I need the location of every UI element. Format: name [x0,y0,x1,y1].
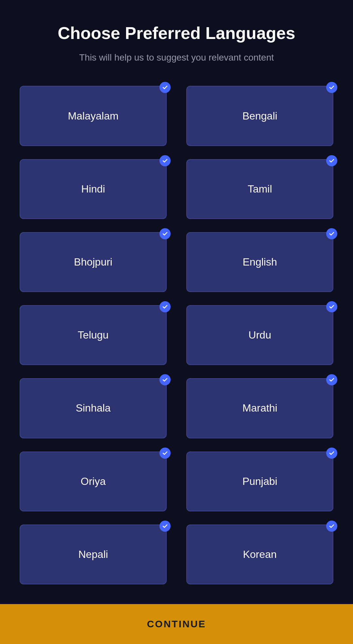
continue-label: CONTINUE [147,618,206,630]
check-badge-malayalam [159,82,171,93]
page-subtitle: This will help us to suggest you relevan… [79,52,274,63]
check-badge-korean [326,521,337,532]
check-badge-telugu [159,301,171,312]
language-btn-urdu[interactable]: Urdu [186,305,333,365]
check-badge-punjabi [326,448,337,459]
check-badge-hindi [159,155,171,166]
check-badge-bhojpuri [159,228,171,239]
language-label-sinhala: Sinhala [76,402,111,414]
page-title: Choose Preferred Languages [58,23,295,43]
language-label-punjabi: Punjabi [242,475,277,488]
language-btn-bengali[interactable]: Bengali [186,86,333,146]
language-label-bhojpuri: Bhojpuri [74,256,112,268]
language-btn-hindi[interactable]: Hindi [20,159,167,219]
continue-button[interactable]: CONTINUE [0,604,353,644]
language-label-urdu: Urdu [249,329,271,341]
language-label-malayalam: Malayalam [68,110,119,122]
check-badge-nepali [159,521,171,532]
language-label-telugu: Telugu [78,329,108,341]
check-badge-tamil [326,155,337,166]
language-btn-english[interactable]: English [186,232,333,292]
language-btn-malayalam[interactable]: Malayalam [20,86,167,146]
page-container: Choose Preferred Languages This will hel… [0,0,353,604]
check-badge-urdu [326,301,337,312]
language-btn-marathi[interactable]: Marathi [186,378,333,438]
language-label-marathi: Marathi [242,402,277,414]
check-badge-sinhala [159,374,171,385]
check-badge-marathi [326,374,337,385]
language-btn-nepali[interactable]: Nepali [20,524,167,584]
language-label-tamil: Tamil [248,183,272,195]
language-btn-korean[interactable]: Korean [186,524,333,584]
language-btn-bhojpuri[interactable]: Bhojpuri [20,232,167,292]
language-label-oriya: Oriya [81,475,105,488]
language-btn-oriya[interactable]: Oriya [20,451,167,511]
language-btn-sinhala[interactable]: Sinhala [20,378,167,438]
check-badge-english [326,228,337,239]
language-label-nepali: Nepali [78,548,108,561]
language-label-bengali: Bengali [242,110,277,122]
check-badge-oriya [159,448,171,459]
language-label-korean: Korean [243,548,277,561]
language-label-english: English [243,256,277,268]
language-label-hindi: Hindi [81,183,105,195]
language-btn-punjabi[interactable]: Punjabi [186,451,333,511]
language-btn-telugu[interactable]: Telugu [20,305,167,365]
language-btn-tamil[interactable]: Tamil [186,159,333,219]
languages-grid: Malayalam Bengali Hindi Tamil Bhojpuri E… [20,86,333,584]
check-badge-bengali [326,82,337,93]
